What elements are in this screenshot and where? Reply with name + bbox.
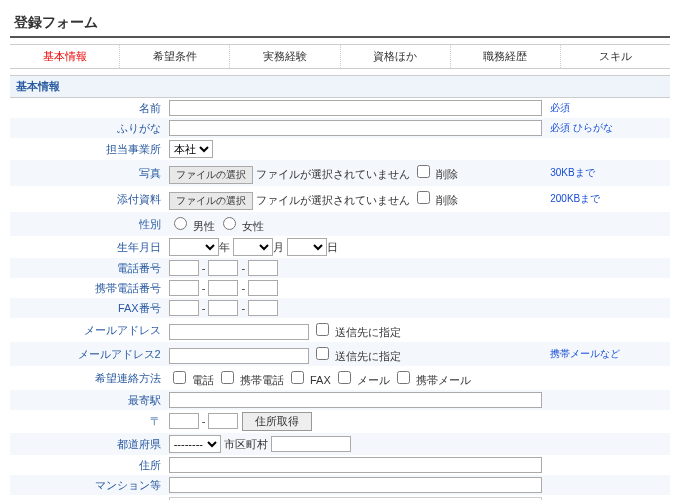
photo-delete-checkbox[interactable] (417, 165, 430, 178)
mobile-3-input[interactable] (248, 280, 278, 296)
label-addr: 住所 (10, 455, 165, 475)
label-pref: 都道府県 (10, 433, 165, 455)
attachment-file-status: ファイルが選択されていません (256, 194, 410, 206)
label-email2: メールアドレス2 (10, 342, 165, 366)
contact-tel-checkbox[interactable] (173, 371, 186, 384)
zip-2-input[interactable] (208, 413, 238, 429)
label-name: 名前 (10, 98, 165, 118)
label-mansion: マンション等 (10, 475, 165, 495)
page-title: 登録フォーム (10, 10, 670, 38)
tab-basic[interactable]: 基本情報 (10, 45, 120, 68)
photo-file-status: ファイルが選択されていません (256, 168, 410, 180)
hint-kana: 必須 ひらがな (546, 118, 670, 138)
label-employment: 現在の就業状況 (10, 495, 165, 500)
hint-email2: 携帯メールなど (546, 342, 670, 366)
label-fax: FAX番号 (10, 298, 165, 318)
label-kana: ふりがな (10, 118, 165, 138)
label-birth: 生年月日 (10, 236, 165, 258)
label-email: メールアドレス (10, 318, 165, 342)
tab-bar: 基本情報 希望条件 実務経験 資格ほか 職務経歴 スキル (10, 44, 670, 69)
birth-year-select[interactable] (169, 238, 219, 256)
office-select[interactable]: 本社 (169, 140, 213, 158)
pref-select[interactable]: -------- (169, 435, 221, 453)
attachment-file-button[interactable]: ファイルの選択 (169, 192, 253, 210)
label-attachment: 添付資料 (10, 186, 165, 212)
mobile-1-input[interactable] (169, 280, 199, 296)
label-zip: 〒 (10, 410, 165, 433)
mansion-input[interactable] (169, 477, 543, 493)
hint-name: 必須 (546, 98, 670, 118)
section-header: 基本情報 (10, 75, 670, 98)
address-input[interactable] (169, 457, 543, 473)
email-input[interactable] (169, 324, 309, 340)
birth-month-select[interactable] (233, 238, 273, 256)
label-tel: 電話番号 (10, 258, 165, 278)
photo-file-button[interactable]: ファイルの選択 (169, 166, 253, 184)
contact-fax-checkbox[interactable] (291, 371, 304, 384)
tab-skills[interactable]: スキル (561, 45, 670, 68)
tab-career[interactable]: 職務経歴 (451, 45, 561, 68)
label-contact: 希望連絡方法 (10, 366, 165, 390)
tel-1-input[interactable] (169, 260, 199, 276)
contact-mmail-checkbox[interactable] (397, 371, 410, 384)
mobile-2-input[interactable] (208, 280, 238, 296)
contact-mail-checkbox[interactable] (338, 371, 351, 384)
tab-experience[interactable]: 実務経験 (230, 45, 340, 68)
hint-photo: 30KBまで (546, 160, 670, 186)
station-input[interactable] (169, 392, 543, 408)
email2-input[interactable] (169, 348, 309, 364)
name-input[interactable] (169, 100, 543, 116)
gender-female-radio[interactable] (223, 217, 236, 230)
label-gender: 性別 (10, 212, 165, 236)
tel-2-input[interactable] (208, 260, 238, 276)
city-input[interactable] (271, 436, 351, 452)
fax-2-input[interactable] (208, 300, 238, 316)
email2-sendto-checkbox[interactable] (316, 347, 329, 360)
label-office: 担当事業所 (10, 138, 165, 160)
tab-conditions[interactable]: 希望条件 (120, 45, 230, 68)
birth-day-select[interactable] (287, 238, 327, 256)
kana-input[interactable] (169, 120, 543, 136)
hint-attachment: 200KBまで (546, 186, 670, 212)
label-photo: 写真 (10, 160, 165, 186)
label-station: 最寄駅 (10, 390, 165, 410)
fax-3-input[interactable] (248, 300, 278, 316)
contact-mobile-checkbox[interactable] (221, 371, 234, 384)
fax-1-input[interactable] (169, 300, 199, 316)
address-lookup-button[interactable]: 住所取得 (242, 412, 312, 431)
basic-info-form: 名前 必須 ふりがな 必須 ひらがな 担当事業所 本社 写真 ファイルの選択 フ… (10, 98, 670, 500)
tab-qualifications[interactable]: 資格ほか (341, 45, 451, 68)
tel-3-input[interactable] (248, 260, 278, 276)
email-sendto-checkbox[interactable] (316, 323, 329, 336)
zip-1-input[interactable] (169, 413, 199, 429)
gender-male-radio[interactable] (174, 217, 187, 230)
attachment-delete-checkbox[interactable] (417, 191, 430, 204)
label-mobile: 携帯電話番号 (10, 278, 165, 298)
